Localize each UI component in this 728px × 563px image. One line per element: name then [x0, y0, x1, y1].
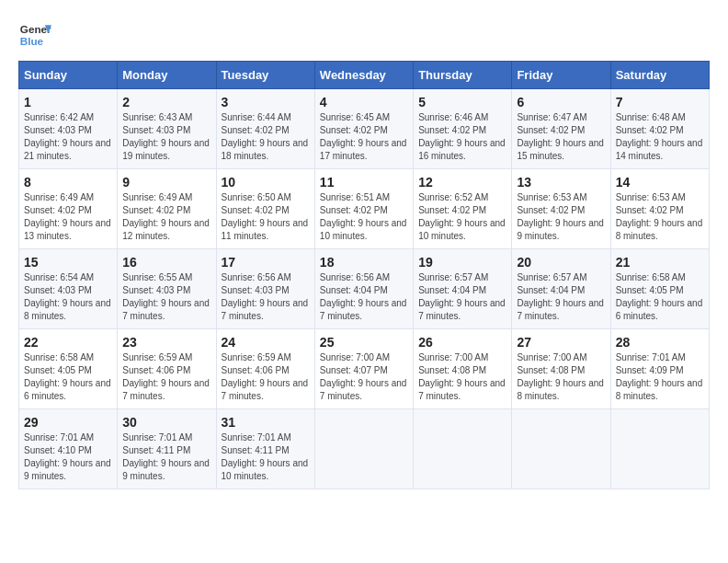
day-number: 1 [24, 95, 112, 109]
cell-info: Sunrise: 6:58 AM Sunset: 4:05 PM Dayligh… [616, 271, 704, 323]
cell-info: Sunrise: 7:00 AM Sunset: 4:07 PM Dayligh… [320, 351, 408, 403]
cell-info: Sunrise: 6:48 AM Sunset: 4:02 PM Dayligh… [616, 111, 704, 163]
cell-info: Sunrise: 6:56 AM Sunset: 4:04 PM Dayligh… [320, 271, 408, 323]
calendar-week-4: 22 Sunrise: 6:58 AM Sunset: 4:05 PM Dayl… [19, 329, 710, 409]
calendar-cell: 17 Sunrise: 6:56 AM Sunset: 4:03 PM Dayl… [216, 249, 314, 329]
calendar-cell [314, 409, 413, 489]
day-number: 25 [320, 335, 408, 350]
day-number: 11 [320, 175, 408, 190]
calendar-cell: 29 Sunrise: 7:01 AM Sunset: 4:10 PM Dayl… [19, 409, 118, 489]
calendar-cell: 7 Sunrise: 6:48 AM Sunset: 4:02 PM Dayli… [610, 89, 709, 169]
calendar-cell: 24 Sunrise: 6:59 AM Sunset: 4:06 PM Dayl… [216, 329, 314, 409]
calendar-week-1: 1 Sunrise: 6:42 AM Sunset: 4:03 PM Dayli… [19, 89, 710, 169]
day-number: 7 [616, 95, 704, 109]
cell-info: Sunrise: 6:54 AM Sunset: 4:03 PM Dayligh… [24, 271, 112, 323]
calendar-cell: 3 Sunrise: 6:44 AM Sunset: 4:02 PM Dayli… [216, 89, 314, 169]
calendar-cell: 5 Sunrise: 6:46 AM Sunset: 4:02 PM Dayli… [414, 89, 512, 169]
calendar-cell: 31 Sunrise: 7:01 AM Sunset: 4:11 PM Dayl… [216, 409, 314, 489]
cell-info: Sunrise: 7:01 AM Sunset: 4:10 PM Dayligh… [24, 431, 112, 483]
day-header-tuesday: Tuesday [216, 62, 314, 89]
calendar-cell: 10 Sunrise: 6:50 AM Sunset: 4:02 PM Dayl… [216, 169, 314, 249]
day-number: 21 [616, 255, 704, 270]
cell-info: Sunrise: 6:56 AM Sunset: 4:03 PM Dayligh… [222, 271, 310, 323]
calendar-cell: 4 Sunrise: 6:45 AM Sunset: 4:02 PM Dayli… [314, 89, 413, 169]
calendar-week-2: 8 Sunrise: 6:49 AM Sunset: 4:02 PM Dayli… [19, 169, 710, 249]
cell-info: Sunrise: 6:57 AM Sunset: 4:04 PM Dayligh… [418, 271, 506, 323]
day-number: 27 [517, 335, 605, 350]
cell-info: Sunrise: 6:49 AM Sunset: 4:02 PM Dayligh… [24, 191, 112, 243]
calendar-cell: 9 Sunrise: 6:49 AM Sunset: 4:02 PM Dayli… [118, 169, 216, 249]
day-number: 24 [222, 335, 310, 350]
calendar-cell: 18 Sunrise: 6:56 AM Sunset: 4:04 PM Dayl… [314, 249, 413, 329]
cell-info: Sunrise: 6:52 AM Sunset: 4:02 PM Dayligh… [418, 191, 506, 243]
cell-info: Sunrise: 6:50 AM Sunset: 4:02 PM Dayligh… [222, 191, 310, 243]
day-number: 30 [122, 415, 210, 430]
day-number: 31 [222, 415, 310, 430]
day-number: 12 [418, 175, 506, 190]
cell-info: Sunrise: 6:59 AM Sunset: 4:06 PM Dayligh… [222, 351, 310, 403]
cell-info: Sunrise: 6:51 AM Sunset: 4:02 PM Dayligh… [320, 191, 408, 243]
cell-info: Sunrise: 6:57 AM Sunset: 4:04 PM Dayligh… [517, 271, 605, 323]
day-number: 20 [517, 255, 605, 270]
calendar-cell: 12 Sunrise: 6:52 AM Sunset: 4:02 PM Dayl… [414, 169, 512, 249]
day-number: 6 [517, 95, 605, 109]
day-number: 26 [418, 335, 506, 350]
cell-info: Sunrise: 7:00 AM Sunset: 4:08 PM Dayligh… [418, 351, 506, 403]
calendar-cell: 15 Sunrise: 6:54 AM Sunset: 4:03 PM Dayl… [19, 249, 118, 329]
day-number: 2 [122, 95, 210, 109]
calendar-table: SundayMondayTuesdayWednesdayThursdayFrid… [18, 61, 710, 489]
day-number: 29 [24, 415, 112, 430]
logo: General Blue [18, 18, 51, 52]
day-header-saturday: Saturday [610, 62, 709, 89]
calendar-cell: 21 Sunrise: 6:58 AM Sunset: 4:05 PM Dayl… [610, 249, 709, 329]
day-header-friday: Friday [512, 62, 610, 89]
calendar-cell: 28 Sunrise: 7:01 AM Sunset: 4:09 PM Dayl… [610, 329, 709, 409]
day-number: 17 [222, 255, 310, 270]
cell-info: Sunrise: 6:49 AM Sunset: 4:02 PM Dayligh… [122, 191, 210, 243]
cell-info: Sunrise: 6:59 AM Sunset: 4:06 PM Dayligh… [122, 351, 210, 403]
day-number: 3 [222, 95, 310, 109]
calendar-cell: 22 Sunrise: 6:58 AM Sunset: 4:05 PM Dayl… [19, 329, 118, 409]
day-number: 22 [24, 335, 112, 350]
cell-info: Sunrise: 6:53 AM Sunset: 4:02 PM Dayligh… [517, 191, 605, 243]
calendar-header: SundayMondayTuesdayWednesdayThursdayFrid… [19, 62, 710, 89]
cell-info: Sunrise: 6:45 AM Sunset: 4:02 PM Dayligh… [320, 111, 408, 163]
calendar-week-5: 29 Sunrise: 7:01 AM Sunset: 4:10 PM Dayl… [19, 409, 710, 489]
cell-info: Sunrise: 6:44 AM Sunset: 4:02 PM Dayligh… [222, 111, 310, 163]
day-number: 19 [418, 255, 506, 270]
cell-info: Sunrise: 7:01 AM Sunset: 4:11 PM Dayligh… [122, 431, 210, 483]
calendar-cell: 27 Sunrise: 7:00 AM Sunset: 4:08 PM Dayl… [512, 329, 610, 409]
day-header-thursday: Thursday [414, 62, 512, 89]
calendar-cell: 13 Sunrise: 6:53 AM Sunset: 4:02 PM Dayl… [512, 169, 610, 249]
calendar-week-3: 15 Sunrise: 6:54 AM Sunset: 4:03 PM Dayl… [19, 249, 710, 329]
calendar-cell: 14 Sunrise: 6:53 AM Sunset: 4:02 PM Dayl… [610, 169, 709, 249]
day-number: 14 [616, 175, 704, 190]
calendar-cell: 2 Sunrise: 6:43 AM Sunset: 4:03 PM Dayli… [118, 89, 216, 169]
calendar-cell: 8 Sunrise: 6:49 AM Sunset: 4:02 PM Dayli… [19, 169, 118, 249]
logo-icon: General Blue [18, 18, 51, 52]
cell-info: Sunrise: 7:01 AM Sunset: 4:11 PM Dayligh… [222, 431, 310, 483]
calendar-cell: 1 Sunrise: 6:42 AM Sunset: 4:03 PM Dayli… [19, 89, 118, 169]
cell-info: Sunrise: 6:47 AM Sunset: 4:02 PM Dayligh… [517, 111, 605, 163]
cell-info: Sunrise: 6:55 AM Sunset: 4:03 PM Dayligh… [122, 271, 210, 323]
calendar-cell [512, 409, 610, 489]
calendar-cell: 26 Sunrise: 7:00 AM Sunset: 4:08 PM Dayl… [414, 329, 512, 409]
calendar-cell [414, 409, 512, 489]
day-header-monday: Monday [118, 62, 216, 89]
day-number: 5 [418, 95, 506, 109]
day-number: 13 [517, 175, 605, 190]
day-number: 16 [122, 255, 210, 270]
calendar-cell [610, 409, 709, 489]
day-number: 28 [616, 335, 704, 350]
calendar-cell: 16 Sunrise: 6:55 AM Sunset: 4:03 PM Dayl… [118, 249, 216, 329]
day-number: 9 [122, 175, 210, 190]
day-number: 18 [320, 255, 408, 270]
cell-info: Sunrise: 7:01 AM Sunset: 4:09 PM Dayligh… [616, 351, 704, 403]
cell-info: Sunrise: 6:53 AM Sunset: 4:02 PM Dayligh… [616, 191, 704, 243]
page-header: General Blue [18, 18, 710, 52]
day-header-sunday: Sunday [19, 62, 118, 89]
calendar-cell: 23 Sunrise: 6:59 AM Sunset: 4:06 PM Dayl… [118, 329, 216, 409]
calendar-cell: 20 Sunrise: 6:57 AM Sunset: 4:04 PM Dayl… [512, 249, 610, 329]
day-number: 8 [24, 175, 112, 190]
day-number: 15 [24, 255, 112, 270]
